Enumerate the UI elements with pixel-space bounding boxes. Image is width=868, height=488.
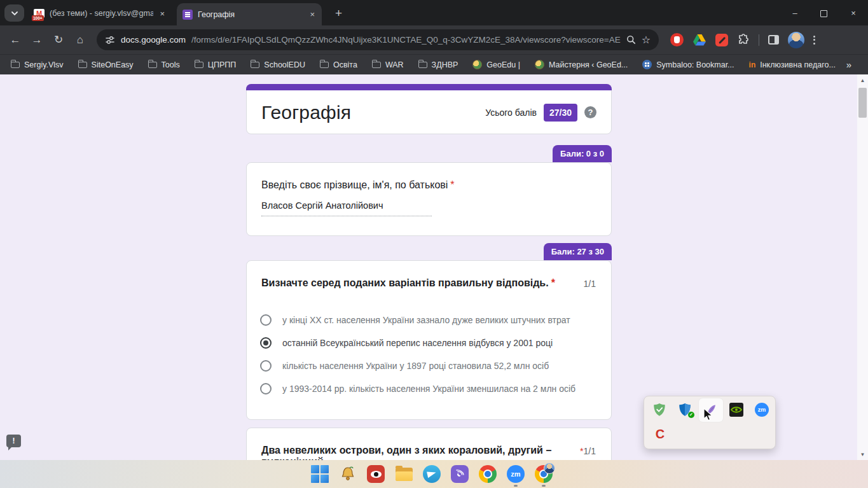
radio-option[interactable]: у кінці XX ст. населення України зазнало…	[260, 309, 598, 331]
bookmark-folder[interactable]: Освіта	[315, 59, 362, 71]
folder-icon	[195, 62, 203, 68]
theme-accent-band	[246, 84, 612, 90]
radio-option-selected[interactable]: останній Всеукраїнський перепис населенн…	[260, 331, 598, 354]
scrollbar-thumb[interactable]	[858, 88, 867, 118]
nvidia-icon[interactable]	[729, 403, 743, 417]
chrome-icon[interactable]	[478, 464, 497, 484]
editor-extension-icon[interactable]	[715, 34, 728, 46]
radio-option[interactable]: кількість населення України у 1897 році …	[260, 354, 598, 377]
school-bell-app-icon[interactable]	[338, 464, 357, 484]
geoedu-icon	[535, 60, 544, 69]
telegram-icon[interactable]	[422, 464, 441, 484]
bookmark-folder[interactable]: Sergiy.Vlsv	[6, 59, 68, 71]
bookmark-link[interactable]: GeoEdu |	[468, 58, 525, 71]
ccleaner-icon[interactable]: C	[653, 427, 667, 441]
tab-gmail[interactable]: M 100+ (без теми) - sergiy.vlsv@gmail.c …	[28, 5, 172, 22]
points-badge: Бали: 0 з 0	[553, 145, 612, 162]
question-points: 1/1	[584, 446, 596, 456]
symbaloo-icon	[642, 60, 652, 69]
taskbar: zm ENG 13:44 11.01.2024 z	[0, 460, 868, 488]
form-column: Географія Усього балів 27/30 ? Бали: 0 з…	[246, 84, 612, 460]
running-indicator	[542, 485, 546, 487]
side-panel-icon[interactable]	[768, 35, 779, 45]
toolbar-divider	[759, 34, 759, 46]
bookmark-link[interactable]: inІнклюзивна педаго...	[745, 59, 840, 71]
close-window-button[interactable]: ×	[839, 0, 868, 25]
file-explorer-icon[interactable]	[394, 464, 413, 484]
radio-option[interactable]: у 1993-2014 рр. кількість населення Укра…	[260, 377, 598, 400]
running-indicator	[514, 485, 518, 487]
chrome-profile-icon[interactable]	[534, 464, 553, 484]
bookmark-link[interactable]: Symbaloo: Bookmar...	[638, 58, 738, 71]
question-points: 1/1	[584, 277, 596, 289]
tab-search-button[interactable]	[4, 4, 24, 22]
chevron-down-icon	[11, 11, 18, 16]
start-button[interactable]	[310, 464, 329, 484]
folder-icon	[78, 62, 87, 68]
browser-toolbar: ← → ↻ ⌂ docs.google.com/forms/d/e/1FAIpQ…	[0, 25, 868, 54]
radio-icon[interactable]	[260, 314, 272, 326]
question-card-multiple-choice: Визначте серед поданих варіантів правиль…	[246, 260, 612, 420]
folder-icon	[418, 62, 427, 68]
form-page: Географія Усього балів 27/30 ? Бали: 0 з…	[0, 74, 857, 460]
adblock-extension-icon[interactable]	[670, 33, 684, 46]
adguard-shield-icon[interactable]	[653, 403, 667, 417]
bookmark-link[interactable]: Майстерня ‹ GeoEd...	[530, 58, 632, 71]
mouse-cursor	[703, 408, 715, 422]
profile-avatar	[544, 463, 555, 474]
zoom-level-icon[interactable]	[626, 35, 636, 45]
scroll-down-icon[interactable]: ▼	[857, 450, 868, 459]
site-settings-icon[interactable]	[105, 35, 115, 45]
radio-selected-icon[interactable]	[260, 337, 272, 349]
zoom-tray-icon[interactable]: zm	[755, 403, 769, 417]
report-bubble-icon[interactable]: !	[6, 435, 21, 447]
form-header-card: Географія Усього балів 27/30 ?	[246, 84, 612, 134]
tab-title: Географія	[198, 10, 303, 19]
total-points-label: Усього балів	[485, 108, 537, 118]
zoom-app-icon[interactable]: zm	[506, 464, 525, 484]
scroll-up-icon[interactable]: ▲	[857, 76, 868, 85]
bookmark-folder[interactable]: SchoolEDU	[246, 59, 310, 71]
profile-avatar[interactable]	[788, 32, 804, 48]
question-text: Введіть своє прізвище, ім'я, по батькові	[261, 179, 448, 190]
new-tab-button[interactable]: +	[331, 5, 346, 22]
gmail-icon: M 100+	[34, 9, 45, 18]
reader-app-icon[interactable]	[366, 464, 385, 484]
close-tab-icon[interactable]: ×	[158, 9, 166, 18]
extensions-row	[670, 32, 815, 48]
radio-icon[interactable]	[260, 360, 272, 372]
url-path: /forms/d/e/1FAIpQLSdLQmQzzZWhc4JNqUijxe3…	[191, 35, 621, 45]
tab-geography-form[interactable]: Географія ×	[177, 3, 322, 25]
question-text: Визначте серед поданих варіантів правиль…	[261, 277, 549, 288]
bookmark-folder[interactable]: ЦПРПП	[190, 59, 241, 71]
windows-logo-icon	[311, 465, 329, 483]
bookmark-folder[interactable]: SiteOnEasy	[74, 59, 138, 71]
form-title: Географія	[261, 102, 351, 123]
bookmark-folder[interactable]: WAR	[368, 59, 408, 71]
question-card-islands: Два невеликих острови, один з яких корал…	[246, 428, 612, 460]
bookmarks-overflow-icon[interactable]: »	[846, 59, 862, 70]
bookmark-star-icon[interactable]: ☆	[642, 34, 651, 46]
bookmark-folder[interactable]: Tools	[144, 59, 184, 71]
radio-icon[interactable]	[260, 383, 272, 394]
viber-icon[interactable]	[450, 464, 469, 484]
page-scrollbar[interactable]: ▲ ▼	[857, 74, 868, 460]
browser-window: M 100+ (без теми) - sergiy.vlsv@gmail.c …	[0, 0, 868, 488]
tab-title: (без теми) - sergiy.vlsv@gmail.c	[50, 9, 153, 18]
home-button[interactable]: ⌂	[71, 34, 89, 46]
reload-button[interactable]: ↻	[50, 33, 67, 46]
help-icon[interactable]: ?	[584, 106, 596, 118]
close-tab-icon[interactable]: ×	[308, 10, 316, 19]
bookmark-folder[interactable]: ЗДНВР	[414, 59, 463, 71]
options-list: у кінці XX ст. населення України зазнало…	[260, 309, 598, 400]
restore-button[interactable]	[809, 0, 839, 25]
browser-menu-icon[interactable]	[813, 36, 815, 45]
google-drive-extension-icon[interactable]	[692, 34, 706, 46]
back-button[interactable]: ←	[6, 34, 24, 46]
minimize-button[interactable]: –	[780, 0, 809, 25]
required-asterisk: *	[551, 277, 555, 288]
extensions-puzzle-icon[interactable]	[737, 34, 750, 46]
windows-security-icon[interactable]: ✓	[679, 403, 692, 417]
forward-button[interactable]: →	[28, 34, 46, 46]
address-bar[interactable]: docs.google.com/forms/d/e/1FAIpQLSdLQmQz…	[97, 29, 659, 50]
